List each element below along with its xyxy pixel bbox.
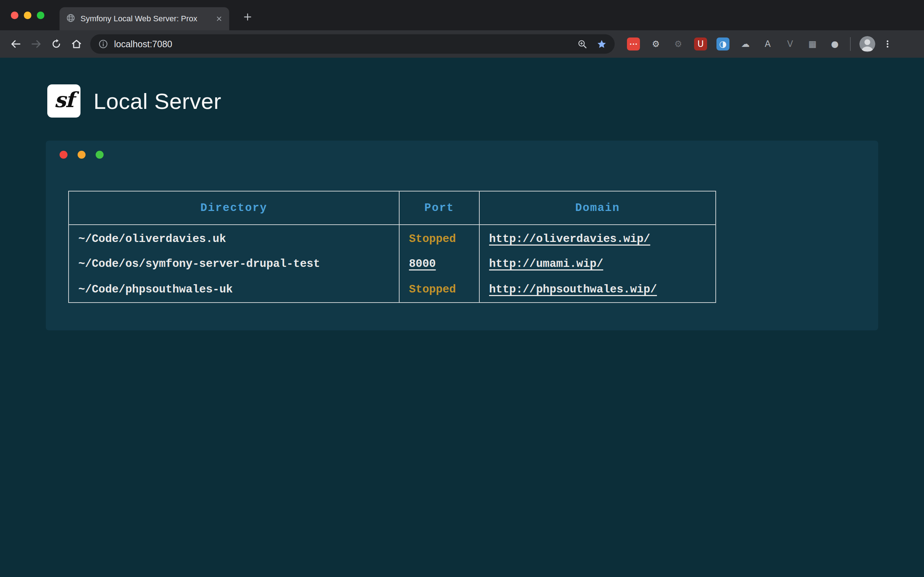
browser-menu-kebab-icon[interactable] [879,35,896,53]
symfony-logo: sf [47,84,81,118]
forward-button[interactable] [26,34,46,54]
table-row: ~/Code/phpsouthwales-uk Stopped http://p… [69,277,716,303]
table-row: ~/Code/os/symfony-server-drupal-test 800… [69,251,716,277]
gear-dark-extension-icon[interactable]: ⚙ [672,37,685,50]
server-table: Directory Port Domain ~/Code/oliverdavie… [68,191,716,303]
gear-light-extension-icon[interactable]: ⚙ [649,37,662,50]
ublock-extension-icon[interactable]: U [694,37,707,50]
site-header: sf Local Server [47,84,924,118]
tab-favicon-globe-icon [66,13,76,24]
toolbar-divider [850,37,851,51]
tab-strip: Symfony Local Web Server: Prox [0,0,924,30]
domain-link[interactable]: http://oliverdavies.wip/ [489,233,650,245]
panel-green-dot-icon [96,151,103,159]
table-row: ~/Code/oliverdavies.uk Stopped http://ol… [69,225,716,251]
column-header-port: Port [399,191,479,225]
panel-orange-dot-icon [78,151,86,159]
reload-button[interactable] [46,34,66,54]
letter-v-extension-icon[interactable]: V [783,37,796,50]
window-controls [11,11,44,19]
bookmark-star-icon[interactable] [597,39,607,49]
new-tab-button[interactable] [240,10,255,24]
page-content: sf Local Server Directory Port Domain [0,58,924,330]
blue-circle-extension-icon[interactable]: ◑ [716,37,729,50]
window-minimize-button[interactable] [24,11,31,19]
domain-link[interactable]: http://phpsouthwales.wip/ [489,283,657,296]
table-header-row: Directory Port Domain [69,191,716,225]
page-title: Local Server [94,89,221,114]
port-cell: Stopped [409,233,456,245]
directory-cell: ~/Code/os/symfony-server-drupal-test [69,251,399,277]
profile-avatar[interactable] [859,36,875,52]
browser-tab[interactable]: Symfony Local Web Server: Prox [60,7,229,30]
address-bar[interactable]: localhost:7080 [90,34,615,54]
back-button[interactable] [6,34,26,54]
column-header-domain: Domain [479,191,716,225]
directory-cell: ~/Code/oliverdavies.uk [69,225,399,251]
grid-extension-icon[interactable]: ▦ [806,37,819,50]
site-info-icon[interactable] [98,39,108,49]
domain-link[interactable]: http://umami.wip/ [489,258,603,270]
server-panel: Directory Port Domain ~/Code/oliverdavie… [46,141,878,330]
column-header-directory: Directory [69,191,399,225]
port-cell: Stopped [409,283,456,296]
letter-a-extension-icon[interactable]: A [761,37,774,50]
port-cell[interactable]: 8000 [409,258,436,270]
browser-toolbar: localhost:7080 •••⚙⚙U◑☁AV▦● [0,30,924,58]
server-table-body: ~/Code/oliverdavies.uk Stopped http://ol… [69,225,716,303]
tab-title: Symfony Local Web Server: Prox [81,14,210,23]
red-dots-extension-icon[interactable]: ••• [627,37,640,50]
github-octocat-extension-icon[interactable]: ● [828,37,842,50]
panel-window-dots [60,151,103,159]
window-fullscreen-button[interactable] [37,11,44,19]
panel-red-dot-icon [60,151,68,159]
symfony-logo-glyph: sf [54,88,74,114]
directory-cell: ~/Code/phpsouthwales-uk [69,277,399,303]
window-close-button[interactable] [11,11,18,19]
home-button[interactable] [66,34,87,54]
url-text[interactable]: localhost:7080 [114,39,172,49]
zoom-magnifier-icon[interactable] [577,39,587,49]
tab-close-icon[interactable] [215,15,223,23]
cloud-extension-icon[interactable]: ☁ [739,37,752,50]
extensions-area: •••⚙⚙U◑☁AV▦● [627,37,842,50]
